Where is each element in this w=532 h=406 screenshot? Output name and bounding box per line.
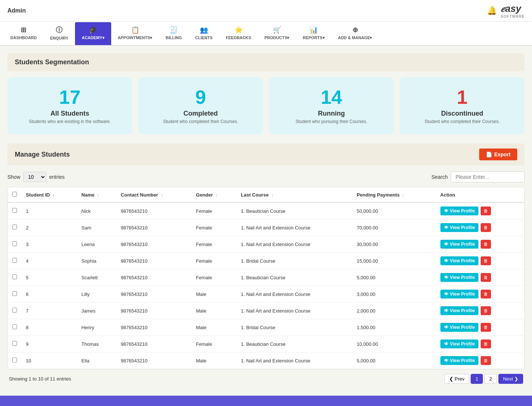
eye-icon: 👁: [444, 325, 449, 330]
students-table: Student ID ↕ Name ↕ Contact Number ↕ Gen…: [8, 187, 524, 369]
bottom-bar: [0, 396, 532, 406]
row-checkbox[interactable]: [12, 258, 17, 263]
academy-icon: 🎓: [89, 26, 97, 34]
row-checkbox[interactable]: [12, 291, 17, 296]
nav-billing[interactable]: 🧾 BILLING: [159, 22, 188, 45]
view-profile-button[interactable]: 👁 View Profile: [440, 223, 479, 232]
prev-button[interactable]: ❮ Prev: [444, 374, 469, 384]
view-profile-button[interactable]: 👁 View Profile: [440, 256, 479, 265]
delete-button[interactable]: 🗑: [481, 356, 491, 365]
view-profile-button[interactable]: 👁 View Profile: [440, 323, 479, 332]
row-checkbox[interactable]: [12, 225, 17, 229]
col-contact[interactable]: Contact Number ↕: [116, 187, 192, 202]
delete-button[interactable]: 🗑: [481, 273, 491, 282]
row-checkbox[interactable]: [12, 358, 17, 362]
page-1-button[interactable]: 1: [471, 374, 483, 384]
view-profile-button[interactable]: 👁 View Profile: [440, 356, 479, 365]
col-last-course[interactable]: Last Course ↕: [236, 187, 352, 202]
view-profile-button[interactable]: 👁 View Profile: [440, 340, 479, 348]
nav-add-manage[interactable]: ⊕ ADD & MANAGE▾: [331, 22, 379, 45]
stat-card-all-students[interactable]: 17 All Students Students who are existin…: [7, 77, 132, 134]
action-group: 👁 View Profile 🗑: [440, 356, 520, 365]
nav-enquiry[interactable]: ⓘ ENQUIRY: [44, 22, 75, 45]
billing-icon: 🧾: [170, 26, 178, 34]
cell-pending: 70,000.00: [352, 219, 436, 236]
search-input[interactable]: [451, 171, 525, 182]
row-checkbox[interactable]: [12, 324, 17, 329]
nav-academy[interactable]: 🎓 ACADEMY▾: [75, 22, 111, 45]
table-row: 5 Scarlett 9876543210 Female 1. Beautici…: [8, 269, 524, 286]
delete-button[interactable]: 🗑: [481, 306, 491, 315]
select-all-checkbox[interactable]: [12, 192, 17, 197]
entries-select[interactable]: 102550100: [23, 172, 46, 182]
cell-contact: 9876543210: [116, 286, 192, 303]
eye-icon: 👁: [444, 225, 449, 230]
cell-name: James: [77, 303, 116, 319]
cell-name: Thomas: [77, 336, 116, 352]
row-checkbox-cell: [8, 236, 21, 253]
delete-button[interactable]: 🗑: [481, 240, 491, 249]
row-checkbox[interactable]: [12, 308, 17, 313]
nav-clients[interactable]: 👥 CLIENTS: [188, 22, 219, 45]
main-nav: ⊞ DASHBOARD ⓘ ENQUIRY 🎓 ACADEMY▾ 📋 APPOI…: [0, 22, 532, 46]
cell-id: 4: [21, 253, 77, 269]
delete-button[interactable]: 🗑: [481, 207, 491, 215]
cell-action: 👁 View Profile 🗑: [436, 202, 524, 219]
stat-number: 9: [146, 88, 256, 107]
cell-contact: 9876543210: [116, 303, 192, 319]
nav-appointments[interactable]: 📋 APPOINTMENTS▾: [111, 22, 159, 45]
view-profile-button[interactable]: 👁 View Profile: [440, 273, 479, 282]
action-group: 👁 View Profile 🗑: [440, 306, 520, 315]
stat-desc: Student who completed their Courses.: [407, 119, 517, 124]
bell-icon[interactable]: 🔔: [487, 6, 497, 16]
clients-icon: 👥: [200, 26, 208, 34]
cell-last-course: 1. Nail Art and Extension Course: [236, 286, 352, 303]
stat-cards: 17 All Students Students who are existin…: [7, 77, 525, 134]
nav-products[interactable]: 🛒 PRODUCTS▾: [258, 22, 296, 45]
view-profile-button[interactable]: 👁 View Profile: [440, 306, 479, 315]
stat-label: All Students: [15, 110, 125, 117]
row-checkbox[interactable]: [12, 341, 17, 346]
stat-number: 1: [407, 88, 517, 107]
export-button[interactable]: 📄 Export: [479, 149, 517, 160]
stat-label: Running: [276, 110, 386, 117]
row-checkbox[interactable]: [12, 208, 17, 213]
delete-button[interactable]: 🗑: [481, 223, 491, 232]
delete-button[interactable]: 🗑: [481, 323, 491, 332]
view-profile-button[interactable]: 👁 View Profile: [440, 240, 479, 249]
view-profile-button[interactable]: 👁 View Profile: [440, 207, 479, 215]
nav-reports[interactable]: 📊 REPORTS▾: [296, 22, 331, 45]
table-row: 7 James 9876543210 Male 1. Nail Art and …: [8, 303, 524, 319]
nav-feedbacks[interactable]: ⭐ FEEDBACKS: [219, 22, 258, 45]
cell-gender: Male: [192, 303, 236, 319]
row-checkbox-cell: [8, 202, 21, 219]
cell-pending: 50,000.00: [352, 202, 436, 219]
students-table-container: Student ID ↕ Name ↕ Contact Number ↕ Gen…: [7, 187, 525, 369]
col-gender[interactable]: Gender ↕: [192, 187, 236, 202]
delete-button[interactable]: 🗑: [481, 340, 491, 348]
next-button[interactable]: Next ❯: [498, 374, 523, 384]
cell-action: 👁 View Profile 🗑: [436, 286, 524, 303]
cell-id: 8: [21, 319, 77, 336]
row-checkbox[interactable]: [12, 274, 17, 279]
stat-card-completed[interactable]: 9 Completed Student who completed their …: [138, 77, 263, 134]
page-2-button[interactable]: 2: [484, 374, 497, 384]
action-group: 👁 View Profile 🗑: [440, 207, 520, 215]
col-name[interactable]: Name ↕: [77, 187, 116, 202]
row-checkbox[interactable]: [12, 241, 17, 246]
cell-contact: 9876543210: [116, 319, 192, 336]
cell-pending: 2,000.00: [352, 303, 436, 319]
stat-card-running[interactable]: 14 Running Student who pursuing their Co…: [269, 77, 394, 134]
eye-icon: 👁: [444, 291, 449, 297]
stat-card-discontinued[interactable]: 1 Discontinued Student who completed the…: [400, 77, 525, 134]
cell-name: Sam: [77, 219, 116, 236]
col-student-id[interactable]: Student ID ↕: [21, 187, 77, 202]
nav-dashboard[interactable]: ⊞ DASHBOARD: [4, 22, 44, 45]
delete-button[interactable]: 🗑: [481, 256, 491, 265]
action-group: 👁 View Profile 🗑: [440, 323, 520, 332]
cell-contact: 9876543210: [116, 253, 192, 269]
col-pending[interactable]: Pending Payments ↕: [352, 187, 436, 202]
cell-pending: 3,000.00: [352, 286, 436, 303]
view-profile-button[interactable]: 👁 View Profile: [440, 290, 479, 298]
delete-button[interactable]: 🗑: [481, 290, 491, 298]
